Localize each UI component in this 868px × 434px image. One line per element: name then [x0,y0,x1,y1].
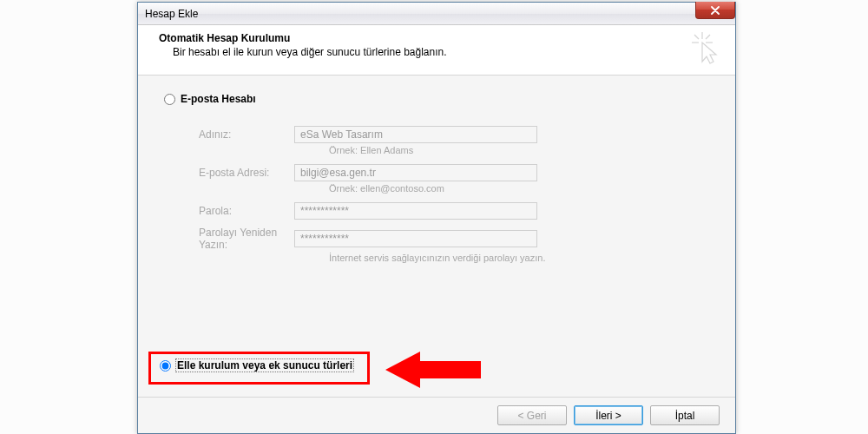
name-input [294,126,537,143]
close-button[interactable] [695,2,735,19]
red-arrow-icon [385,348,481,391]
close-icon [710,6,720,15]
option-email-account[interactable]: E-posta Hesabı [164,93,709,105]
label-manual-setup: Elle kurulum veya ek sunucu türleri [176,359,353,372]
label-email-account: E-posta Hesabı [181,93,256,105]
password2-label: Parolayı Yeniden Yazın: [199,227,294,251]
wizard-header: Otomatik Hesap Kurulumu Bir hesabı el il… [138,25,735,76]
cancel-button[interactable]: İptal [650,405,720,425]
row-password: Parola: [199,202,709,220]
titlebar[interactable]: Hesap Ekle [138,3,735,25]
wizard-body: E-posta Hesabı Adınız: Örnek: Ellen Adam… [138,76,735,397]
option-manual-setup[interactable]: Elle kurulum veya ek sunucu türleri [160,359,357,372]
email-form: Adınız: Örnek: Ellen Adams E-posta Adres… [199,126,709,263]
next-button[interactable]: İleri > [574,405,643,425]
row-email: E-posta Adresi: [199,164,709,181]
option-manual-setup-highlight: Elle kurulum veya ek sunucu türleri [148,352,370,385]
row-name: Adınız: [199,126,709,143]
row-password2: Parolayı Yeniden Yazın: [199,227,709,251]
svg-marker-5 [385,352,481,388]
header-title: Otomatik Hesap Kurulumu [159,32,718,44]
name-label: Adınız: [199,128,294,141]
cursor-star-icon [692,32,721,65]
password-hint: İnternet servis sağlayıcınızın verdiği p… [329,253,709,263]
email-label: E-posta Adresi: [199,167,294,179]
email-hint: Örnek: ellen@contoso.com [329,183,709,194]
name-hint: Örnek: Ellen Adams [329,145,709,155]
radio-manual-setup[interactable] [160,360,171,372]
password2-input [294,230,537,247]
svg-line-4 [706,35,710,39]
radio-email-account[interactable] [164,94,175,105]
password-input [294,202,537,220]
back-button: < Geri [497,405,567,425]
password-label: Parola: [199,205,294,217]
add-account-dialog: Hesap Ekle Otomatik Hesap Kurulumu Bir h… [137,2,736,434]
header-subtitle: Bir hesabı el ile kurun veya diğer sunuc… [173,46,718,58]
svg-line-3 [694,35,699,39]
wizard-footer: < Geri İleri > İptal [138,397,735,433]
email-input [294,164,537,181]
window-title: Hesap Ekle [145,8,198,20]
